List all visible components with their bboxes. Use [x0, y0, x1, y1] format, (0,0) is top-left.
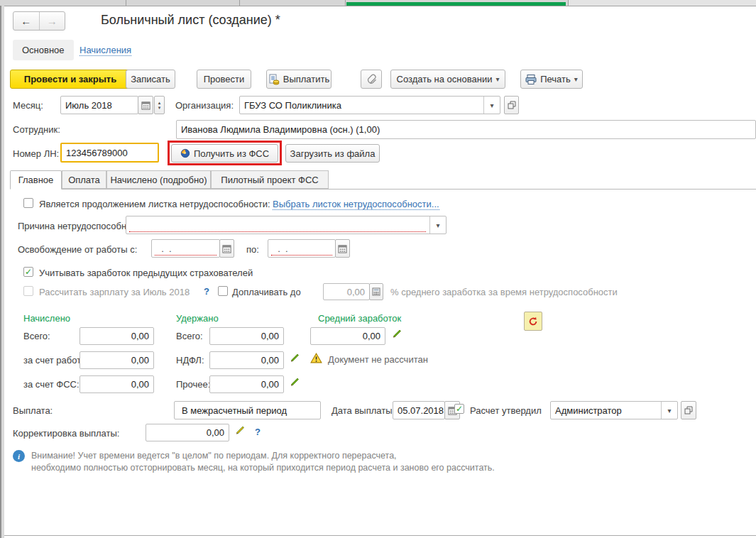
release-from-input[interactable]: . .	[151, 239, 220, 258]
ln-number-value: 123456789000	[66, 148, 128, 158]
pay-button[interactable]: Выплатить	[266, 70, 332, 89]
month-value: Июль 2018	[65, 100, 112, 111]
payment-mode-input[interactable]: В межрасчетный период	[174, 401, 321, 419]
create-based-on-button[interactable]: Создать на основании ▾	[390, 70, 505, 89]
spin-up-icon[interactable]: ▴	[158, 101, 161, 105]
calculator-icon	[372, 287, 380, 296]
back-icon: ←	[21, 15, 31, 27]
active-app-tab-indicator[interactable]	[346, 2, 566, 6]
month-input[interactable]: Июль 2018	[60, 96, 138, 114]
spin-down-icon[interactable]: ▾	[158, 106, 161, 110]
continuation-checkbox[interactable]	[23, 198, 33, 208]
release-from-calendar-button[interactable]	[219, 239, 234, 258]
pencil-icon[interactable]	[235, 425, 246, 437]
ln-number-input[interactable]: 123456789000	[60, 143, 159, 163]
approved-checkbox[interactable]: ✓	[454, 404, 464, 414]
release-to-calendar-button[interactable]	[335, 239, 350, 258]
required-underline	[155, 255, 217, 256]
payment-date-value: 05.07.2018	[398, 405, 444, 416]
other-label: Прочее:	[176, 379, 210, 390]
calendar-icon	[338, 244, 347, 253]
doc-tab-pilotny-proekt-fss[interactable]: Пилотный проект ФСС	[211, 170, 329, 189]
organization-combo[interactable]: ГБУЗ СО Поликлиника ▾	[239, 96, 500, 114]
post-and-close-button[interactable]: Провести и закрыть	[10, 70, 131, 89]
pay-up-suffix: % среднего заработка за время нетрудоспо…	[390, 287, 618, 297]
chevron-down-icon: ▾	[574, 75, 578, 83]
accrued-header: Начислено	[23, 313, 70, 324]
print-button[interactable]: Печать ▾	[520, 70, 583, 89]
accrued-total-input[interactable]: 0,00	[80, 327, 154, 345]
get-from-fss-label: Получить из ФСС	[194, 148, 269, 159]
doc-tab-label: Главное	[18, 175, 54, 185]
fss-input[interactable]: 0,00	[80, 375, 154, 393]
prev-insurers-checkbox[interactable]: ✓	[23, 267, 33, 277]
calc-salary-checkbox	[23, 286, 33, 296]
open-in-form-icon	[508, 101, 516, 109]
select-sick-leave-link[interactable]: Выбрать листок нетрудоспособности...	[273, 199, 439, 210]
employer-label: за счет работ.:	[23, 355, 85, 366]
continuation-label: Является продолжением листка нетрудоспос…	[39, 199, 270, 209]
attachments-button[interactable]	[361, 70, 382, 89]
payment-date-input[interactable]: 05.07.2018	[393, 401, 445, 419]
approved-by-combo[interactable]: Администратор ▾	[550, 401, 678, 419]
pencil-icon[interactable]	[290, 353, 301, 364]
load-from-file-button[interactable]: Загрузить из файла	[285, 144, 380, 163]
other-value: 0,00	[261, 379, 279, 390]
cause-combo[interactable]: ▾	[126, 216, 447, 234]
payment-label: Выплата:	[13, 405, 53, 416]
employer-input[interactable]: 0,00	[80, 351, 154, 369]
write-button[interactable]: Записать	[126, 70, 175, 89]
month-spinner[interactable]: ▴ ▾	[154, 96, 165, 114]
notice-line-1: Внимание! Учет времени ведется "в целом"…	[31, 451, 397, 461]
other-input[interactable]: 0,00	[209, 375, 284, 393]
back-button[interactable]: ←	[13, 12, 40, 30]
organization-open-button[interactable]	[504, 96, 519, 114]
correction-input[interactable]: 0,00	[146, 424, 229, 441]
approved-label: Расчет утвердил	[470, 405, 542, 416]
pay-up-calculator-button[interactable]	[369, 283, 383, 300]
release-to-value: . .	[273, 243, 288, 254]
forward-button[interactable]: →	[40, 12, 65, 30]
employee-input[interactable]: Иванова Людмила Владимировна (осн.) (1,0…	[176, 120, 756, 139]
tab-nachisleniya-link[interactable]: Начисления	[80, 45, 131, 56]
ndfl-input[interactable]: 0,00	[209, 351, 284, 369]
release-to-input[interactable]: . .	[268, 239, 336, 258]
correction-value: 0,00	[207, 427, 224, 438]
doc-tab-oplata[interactable]: Оплата	[62, 170, 106, 189]
ln-number-label: Номер ЛН:	[13, 148, 59, 159]
doc-tabs-baseline	[10, 189, 756, 190]
doc-tab-nachisleno-podrobno[interactable]: Начислено (подробно)	[106, 170, 211, 189]
tab-osnovnoe[interactable]: Основное	[13, 40, 74, 60]
calc-salary-help[interactable]: ?	[204, 286, 209, 297]
pay-up-checkbox[interactable]	[218, 286, 228, 296]
get-from-fss-button[interactable]: Получить из ФСС	[171, 144, 278, 163]
pay-up-input[interactable]: 0,00	[323, 283, 370, 300]
avg-earnings-input[interactable]: 0,00	[310, 327, 385, 345]
month-label: Месяц:	[13, 100, 43, 111]
organization-value: ГБУЗ СО Поликлиника	[244, 100, 341, 111]
recalculate-button[interactable]	[524, 312, 542, 331]
pay-label: Выплатить	[283, 74, 330, 84]
month-calendar-button[interactable]	[138, 96, 153, 114]
correction-help[interactable]: ?	[255, 427, 261, 437]
pencil-icon[interactable]	[392, 329, 403, 340]
doc-tab-glavnoe[interactable]: Главное	[10, 170, 62, 190]
chevron-down-icon[interactable]: ▾	[429, 216, 446, 234]
chevron-down-icon[interactable]: ▾	[661, 402, 677, 419]
payment-date-label: Дата выплаты:	[332, 405, 395, 416]
accrued-total-label: Всего:	[23, 331, 50, 341]
open-in-form-icon	[684, 406, 693, 415]
forward-icon: →	[47, 15, 57, 27]
withheld-total-input[interactable]: 0,00	[209, 327, 284, 345]
approved-by-open-button[interactable]	[681, 401, 696, 419]
required-underline	[129, 231, 426, 232]
paperclip-icon	[366, 74, 377, 84]
post-and-close-label: Провести и закрыть	[24, 74, 116, 84]
info-icon: i	[13, 450, 25, 462]
chevron-down-icon[interactable]: ▾	[483, 97, 500, 114]
release-label: Освобождение от работы с:	[18, 244, 137, 255]
calendar-icon	[141, 101, 150, 110]
post-button[interactable]: Провести	[197, 70, 251, 89]
pencil-icon[interactable]	[290, 377, 301, 388]
fss-label: за счет ФСС:	[23, 379, 80, 390]
